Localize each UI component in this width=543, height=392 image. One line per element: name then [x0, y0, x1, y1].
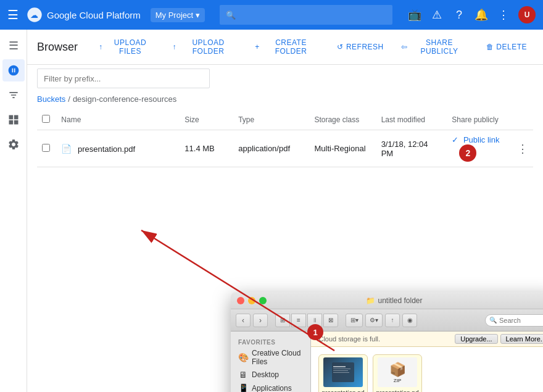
file-storage-cell: Multi-Regional — [309, 130, 376, 167]
col-storage: Storage class — [309, 110, 376, 130]
finder-zip-thumbnail: 📦 ZIP — [378, 357, 417, 387]
file-type-cell: application/pdf — [233, 130, 309, 167]
finder-titlebar: 📁 untitled folder — [231, 292, 543, 309]
finder-share-btn[interactable]: ↑ — [385, 314, 400, 327]
app-logo: ☁ Google Cloud Platform — [26, 6, 141, 23]
finder-close-btn[interactable] — [237, 297, 244, 304]
project-selector[interactable]: My Project ▾ — [151, 8, 205, 22]
col-name: Name — [56, 110, 180, 130]
search-input[interactable] — [220, 5, 392, 25]
breadcrumb: Buckets / design-conference-resources — [27, 88, 543, 110]
top-nav-right: 📺 ⚠ ? 🔔 ⋮ U — [407, 6, 536, 23]
sidebar-item-settings[interactable] — [2, 133, 25, 156]
col-share: Share publicly — [447, 110, 512, 130]
finder-icon-view-btn[interactable]: ⊞ — [275, 314, 290, 327]
finder-file-zip[interactable]: 📦 ZIP presentation.pdf.zip Out of Space — [373, 354, 422, 392]
finder-maximize-btn[interactable] — [259, 297, 267, 304]
annotation-badge-2: 2 — [459, 144, 476, 162]
sidebar-item-storage[interactable] — [2, 59, 25, 81]
refresh-icon: ↺ — [337, 43, 344, 51]
finder-back-btn[interactable]: ‹ — [236, 314, 251, 327]
delete-label: DELETE — [496, 43, 527, 51]
filter-bar — [27, 65, 543, 88]
finder-sidebar-creative-cloud[interactable]: 🎨 Creative Cloud Files — [231, 347, 310, 368]
col-type: Type — [233, 110, 309, 130]
file-name-cell: 📄 presentation.pdf — [56, 130, 180, 167]
finder-sidebar-desktop[interactable]: 🖥 Desktop — [231, 368, 310, 382]
finder-arrange-btn[interactable]: ⊞▾ — [346, 314, 363, 327]
finder-window: 📁 untitled folder ‹ › ⊞ ≡ ⫴ ⊠ ⊞▾ — [231, 292, 543, 392]
finder-view-buttons: ⊞ ≡ ⫴ ⊠ — [275, 314, 338, 327]
finder-search-input[interactable] — [499, 317, 543, 324]
table-row: 📄 presentation.pdf 11.4 MB application/p… — [37, 130, 533, 167]
file-table-container: Name Size Type Storage class Last modifi… — [27, 110, 543, 167]
menu-icon[interactable]: ☰ — [7, 7, 19, 22]
desktop-icon: 🖥 — [238, 370, 248, 380]
sidebar: ☰ — [0, 30, 27, 392]
finder-file-pdf[interactable]: presentation.pdf Out of space — [318, 354, 368, 392]
icloud-banner: iCloud storage is full. Upgrade... Learn… — [311, 332, 543, 347]
svg-rect-8 — [333, 372, 349, 373]
finder-pdf-name: presentation.pdf — [321, 390, 365, 392]
icloud-full-message: iCloud storage is full. — [317, 335, 380, 343]
finder-tag-btn[interactable]: ◉ — [402, 314, 417, 327]
search-bar — [220, 5, 392, 25]
breadcrumb-separator: / — [68, 94, 70, 104]
finder-list-view-btn[interactable]: ≡ — [291, 314, 306, 327]
refresh-button[interactable]: ↺ REFRESH — [331, 39, 389, 55]
creative-cloud-icon: 🎨 — [238, 352, 248, 362]
finder-action-btn[interactable]: ⚙▾ — [365, 314, 383, 327]
finder-window-controls — [237, 297, 267, 304]
select-all-checkbox[interactable] — [42, 115, 50, 123]
file-modified-cell: 3/1/18, 12:04 PM — [376, 130, 447, 167]
finder-folder-icon: 📁 — [366, 296, 375, 305]
finder-zip-name: presentation.pdf.zip — [376, 390, 419, 392]
filter-input[interactable] — [37, 69, 210, 88]
create-folder-icon: + — [255, 43, 260, 51]
upload-folder-button[interactable]: ↑ UPLOAD FOLDER — [167, 35, 244, 59]
row-checkbox[interactable] — [42, 144, 50, 152]
svg-text:☁: ☁ — [30, 10, 38, 20]
refresh-label: REFRESH — [346, 43, 384, 51]
delete-button[interactable]: 🗑 DELETE — [480, 39, 533, 55]
delete-icon: 🗑 — [486, 43, 494, 51]
breadcrumb-path: design-conference-resources — [73, 94, 176, 104]
file-name: presentation.pdf — [78, 144, 135, 154]
create-folder-button[interactable]: + CREATE FOLDER — [249, 35, 326, 59]
finder-forward-btn[interactable]: › — [253, 314, 268, 327]
finder-sidebar-label: Desktop — [252, 370, 279, 379]
avatar[interactable]: U — [518, 6, 536, 23]
more-options-icon[interactable]: ⋮ — [496, 8, 511, 22]
applications-icon: 📱 — [238, 383, 248, 392]
zip-label: ZIP — [394, 378, 401, 383]
finder-files-area: presentation.pdf Out of space 📦 ZIP — [311, 347, 543, 392]
sidebar-item-filter[interactable] — [2, 84, 25, 106]
upload-files-button[interactable]: ↑ UPLOAD FILES — [93, 35, 162, 59]
sidebar-item-menu[interactable]: ☰ — [2, 35, 25, 57]
upload-files-icon: ↑ — [99, 43, 103, 51]
create-folder-label: CREATE FOLDER — [262, 38, 320, 56]
zip-icon: 📦 — [389, 362, 406, 378]
table-header-row: Name Size Type Storage class Last modifi… — [37, 110, 533, 130]
learn-more-button[interactable]: Learn More... — [500, 334, 543, 344]
main-layout: ☰ Browser ↑ UPLOAD FILES ↑ UPLOAD FOLDER — [0, 30, 543, 392]
svg-rect-5 — [333, 366, 346, 367]
row-more-icon[interactable]: ⋮ — [517, 143, 528, 155]
finder-sidebar: Favorites 🎨 Creative Cloud Files 🖥 Deskt… — [231, 332, 311, 392]
col-size: Size — [180, 110, 233, 130]
help-icon[interactable]: ? — [452, 9, 466, 22]
top-nav: ☰ ☁ Google Cloud Platform My Project ▾ 📺… — [0, 0, 543, 30]
video-icon[interactable]: 📺 — [407, 8, 422, 22]
notification-icon[interactable]: 🔔 — [474, 8, 489, 22]
breadcrumb-root[interactable]: Buckets — [37, 94, 65, 104]
warning-icon[interactable]: ⚠ — [429, 8, 444, 22]
sidebar-item-grid[interactable] — [2, 109, 25, 131]
finder-gallery-view-btn[interactable]: ⊠ — [323, 314, 338, 327]
upgrade-button[interactable]: Upgrade... — [455, 334, 497, 344]
finder-minimize-btn[interactable] — [248, 297, 255, 304]
upload-files-label: UPLOAD FILES — [106, 38, 155, 56]
share-icon: ⇦ — [401, 43, 408, 51]
finder-sidebar-applications[interactable]: 📱 Applications — [231, 382, 310, 392]
finder-favorites-header: Favorites — [231, 336, 310, 347]
share-publicly-button[interactable]: ⇦ SHARE PUBLICLY — [395, 35, 475, 59]
